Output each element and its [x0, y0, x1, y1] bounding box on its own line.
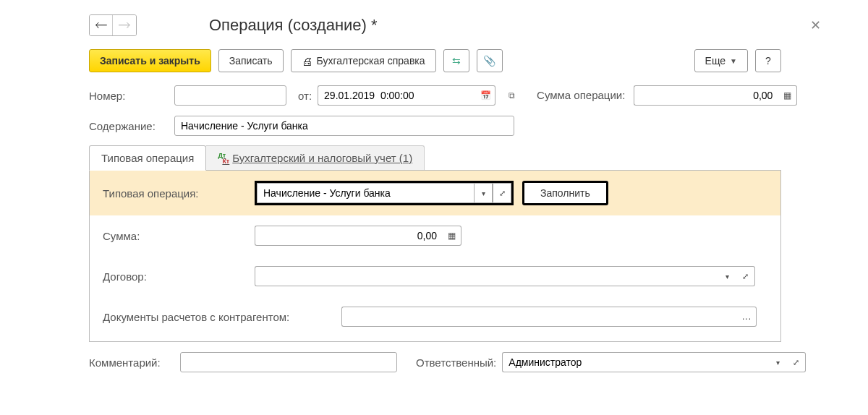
- docs-input[interactable]: [341, 307, 738, 327]
- tab-accounting-label: Бухгалтерский и налоговый учет (1): [232, 152, 412, 164]
- date-input[interactable]: [318, 85, 477, 106]
- sum-input[interactable]: [634, 85, 778, 106]
- more-button-label: Еще: [705, 55, 726, 67]
- tab-typical-label: Типовая операция: [101, 152, 194, 164]
- typical-op-open[interactable]: ⤢: [493, 183, 511, 203]
- sum-label-text: Сумма операции:: [537, 89, 625, 101]
- responsible-open[interactable]: ⤢: [787, 352, 806, 372]
- responsible-dropdown[interactable]: ▾: [769, 352, 788, 372]
- save-close-button[interactable]: Записать и закрыть: [89, 49, 211, 72]
- content-label: Содержание:: [89, 120, 169, 132]
- calculator-button[interactable]: ▦: [778, 85, 797, 106]
- contract-open[interactable]: ⤢: [736, 266, 755, 286]
- comment-label: Комментарий:: [89, 356, 174, 369]
- calendar-icon: 📅: [480, 90, 491, 100]
- typical-op-dropdown[interactable]: ▾: [474, 183, 493, 203]
- calendar-button[interactable]: 📅: [477, 85, 495, 106]
- docs-more[interactable]: ...: [738, 307, 757, 327]
- sum-label: Сумма операции:: [537, 90, 625, 101]
- open-icon: ⤢: [742, 272, 749, 281]
- docs-label: Документы расчетов с контрагентом:: [103, 311, 334, 323]
- typical-op-label: Типовая операция:: [103, 187, 247, 200]
- chevron-down-icon: ▾: [482, 189, 485, 197]
- more-button[interactable]: Еще ▼: [694, 49, 748, 72]
- close-icon[interactable]: ✕: [810, 17, 821, 33]
- help-button[interactable]: ?: [755, 49, 781, 72]
- attach-icon: 📎: [483, 55, 495, 67]
- dtkt-icon: ДтКт: [218, 153, 229, 164]
- number-label: Номер:: [89, 90, 169, 102]
- page-title: Операция (создание) *: [209, 16, 378, 35]
- nav-buttons: 🡐 🡒: [89, 14, 137, 36]
- open-icon: ⤢: [499, 189, 506, 198]
- content-input[interactable]: [174, 116, 514, 136]
- contract-input[interactable]: [255, 266, 718, 286]
- number-input[interactable]: [174, 85, 286, 106]
- tab-accounting[interactable]: ДтКт Бухгалтерский и налоговый учет (1): [206, 145, 425, 170]
- comment-input[interactable]: [180, 352, 397, 372]
- fill-button[interactable]: Заполнить: [522, 181, 608, 205]
- contract-dropdown[interactable]: ▾: [718, 266, 736, 286]
- inner-sum-label: Сумма:: [103, 230, 247, 242]
- print-icon: [302, 55, 312, 67]
- structure-button[interactable]: ⇆: [443, 49, 469, 72]
- inner-sum-input[interactable]: [255, 226, 443, 246]
- tab-typical-operation[interactable]: Типовая операция: [89, 145, 206, 171]
- inner-sum-calc[interactable]: ▦: [443, 226, 461, 246]
- contract-label: Договор:: [103, 270, 247, 283]
- calculator-icon: ▦: [783, 90, 791, 100]
- chevron-down-icon: ▾: [726, 273, 729, 281]
- save-button[interactable]: Записать: [218, 49, 284, 72]
- responsible-label: Ответственный:: [416, 356, 496, 369]
- date-label: от:: [298, 90, 312, 102]
- responsible-input[interactable]: [502, 352, 768, 372]
- chevron-down-icon: ▼: [730, 57, 737, 65]
- chevron-down-icon: ▾: [776, 359, 780, 367]
- typical-op-input[interactable]: [257, 183, 474, 203]
- structure-icon: ⇆: [452, 55, 461, 67]
- report-button[interactable]: Бухгалтерская справка: [291, 49, 436, 72]
- report-button-label: Бухгалтерская справка: [317, 55, 425, 67]
- nav-back-button[interactable]: 🡐: [90, 15, 113, 35]
- copy-icon[interactable]: ⧉: [509, 90, 515, 100]
- calculator-icon: ▦: [448, 231, 456, 241]
- dots-icon: ...: [742, 312, 752, 322]
- attach-button[interactable]: 📎: [477, 49, 503, 72]
- nav-forward-button[interactable]: 🡒: [113, 15, 136, 35]
- open-icon: ⤢: [793, 358, 799, 367]
- toolbar: Записать и закрыть Записать Бухгалтерска…: [89, 49, 850, 72]
